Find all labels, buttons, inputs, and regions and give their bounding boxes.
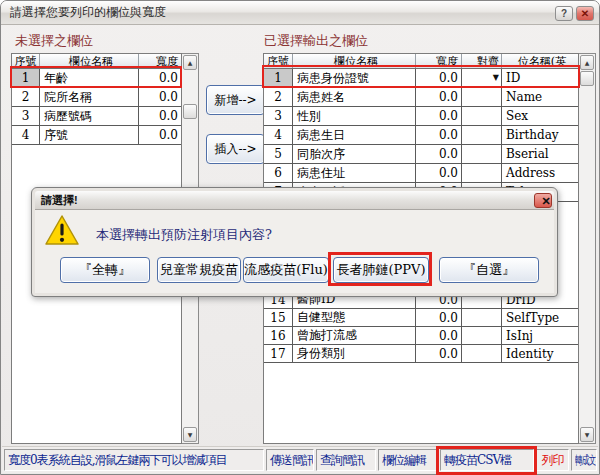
close-icon: ✕	[535, 192, 550, 210]
table-row[interactable]: 3 病歷號碼 0.0	[12, 107, 181, 126]
to-text-file-label: 轉成文字檔	[575, 452, 597, 469]
header-no: 序號	[12, 54, 40, 68]
flu-vaccine-button[interactable]: 流感疫苗(Flu)	[243, 257, 329, 283]
header-align: 對齊	[462, 54, 502, 68]
elderly-ppv-button[interactable]: 長者肺鏈(PPV)	[333, 257, 429, 283]
cell-en-name: SelfType	[502, 309, 578, 326]
table-row[interactable]: 2 病患姓名 0.0 Name	[264, 88, 578, 107]
window-titlebar: 請選擇您要列印的欄位與寬度 ? ✕	[1, 1, 599, 25]
cell-no: 3	[264, 107, 293, 125]
table-row[interactable]: 4 病患生日 0.0 Birthday	[264, 126, 578, 145]
window-title: 請選擇您要列印的欄位與寬度	[1, 1, 599, 24]
dialog-title: 請選擇!	[35, 191, 554, 209]
cell-no: 4	[12, 126, 40, 144]
edit-columns-button[interactable]: 欄位編輯	[378, 449, 438, 471]
table-header: 序號 欄位名稱 寬度 對齊 位名稱(英	[264, 54, 578, 69]
cell-width: 0.0	[416, 345, 462, 362]
cell-en-name: Birthday	[502, 126, 578, 144]
cell-no: 15	[264, 309, 293, 326]
scrollbar-thumb[interactable]	[183, 104, 197, 119]
cell-width: 0.0	[139, 88, 181, 106]
cell-align	[462, 107, 502, 125]
convert-all-button[interactable]: 『全轉』	[60, 257, 150, 283]
to-text-file-button[interactable]: 轉成文字檔	[571, 449, 597, 471]
cell-width: 0.0	[416, 145, 462, 163]
cell-name: 自健型態	[293, 309, 416, 326]
help-button[interactable]: ?	[555, 6, 573, 21]
child-routine-vaccine-button[interactable]: 兒童常規疫苗	[157, 257, 241, 283]
cell-width: 0.0	[416, 69, 462, 87]
table-row[interactable]: 6 病患住址 0.0 Address	[264, 164, 578, 183]
status-bar: 寬度0表系統自設,滑鼠左鍵兩下可以增減項目 傳送簡訊 查詢簡訊 欄位編輯 轉疫苗…	[2, 446, 598, 473]
cell-no: 16	[264, 327, 293, 344]
table-row[interactable]: 17 身份類別 0.0 Identity	[264, 345, 578, 363]
scroll-up-icon: ▲	[188, 59, 193, 66]
cell-en-name: Identity	[502, 345, 578, 362]
query-sms-button[interactable]: 查詢簡訊	[316, 449, 376, 471]
cell-no: 6	[264, 164, 293, 182]
cell-width: 0.0	[416, 164, 462, 182]
warning-icon	[45, 215, 79, 249]
cell-width: 0.0	[139, 126, 181, 144]
vaccine-csv-button[interactable]: 轉疫苗CSV檔	[440, 449, 534, 471]
scroll-down-button[interactable]: ▼	[580, 427, 594, 442]
cell-en-name: ID	[502, 69, 578, 87]
dialog-close-button[interactable]: ✕	[534, 193, 552, 208]
status-info-text: 寬度0表系統自設,滑鼠左鍵兩下可以增減項目	[4, 449, 264, 471]
cell-name: 病患身份證號	[293, 69, 416, 87]
print-columns-window: 請選擇您要列印的欄位與寬度 ? ✕ 未選擇之欄位 已選擇輸出之欄位 序號 欄位名…	[0, 0, 600, 475]
cell-no: 5	[264, 145, 293, 163]
cell-name: 院所名稱	[40, 88, 139, 106]
cell-no: 1	[12, 69, 40, 87]
cell-align: ▼	[462, 69, 502, 87]
cell-align	[462, 164, 502, 182]
cell-no: 4	[264, 126, 293, 144]
table-row[interactable]: 16 曾施打流感 0.0 IsInj	[264, 327, 578, 345]
print-button[interactable]: 列印	[536, 449, 569, 471]
help-icon: ?	[561, 8, 567, 19]
header-no: 序號	[264, 54, 293, 68]
cell-name: 病患生日	[293, 126, 416, 144]
table-row[interactable]: 2 院所名稱 0.0	[12, 88, 181, 107]
cell-name: 身份類別	[293, 345, 416, 362]
cell-no: 17	[264, 345, 293, 362]
cell-en-name: Sex	[502, 107, 578, 125]
table-row[interactable]: 1 年齡 0.0	[12, 69, 181, 88]
add-column-button[interactable]: 新增-->	[206, 85, 265, 115]
cell-en-name: Name	[502, 88, 578, 106]
cell-no: 1	[264, 69, 293, 87]
scrollbar-thumb[interactable]	[580, 71, 594, 86]
cell-align	[462, 345, 502, 362]
scroll-down-icon: ▼	[585, 431, 590, 438]
cell-width: 0.0	[416, 88, 462, 106]
scroll-up-button[interactable]: ▲	[580, 55, 594, 70]
cell-name: 病患姓名	[293, 88, 416, 106]
unselected-columns-label: 未選擇之欄位	[15, 32, 93, 50]
insert-column-button[interactable]: 插入-->	[206, 134, 265, 164]
scroll-up-button[interactable]: ▲	[183, 55, 197, 70]
header-name: 欄位名稱	[40, 54, 139, 68]
dropdown-icon[interactable]: ▼	[493, 74, 499, 82]
cell-align	[462, 327, 502, 344]
table-row[interactable]: 4 序號 0.0	[12, 126, 181, 145]
cell-align	[462, 309, 502, 326]
cell-name: 曾施打流感	[293, 327, 416, 344]
close-button[interactable]: ✕	[576, 6, 594, 21]
cell-name: 同胎次序	[293, 145, 416, 163]
send-sms-button[interactable]: 傳送簡訊	[266, 449, 314, 471]
table-row[interactable]: 3 性別 0.0 Sex	[264, 107, 578, 126]
cell-width: 0.0	[416, 126, 462, 144]
table-row[interactable]: 5 同胎次序 0.0 Bserial	[264, 145, 578, 164]
scroll-up-icon: ▲	[585, 59, 590, 66]
cell-width: 0.0	[139, 107, 181, 125]
right-table-scrollbar[interactable]: ▲ ▼	[579, 53, 596, 444]
scroll-down-button[interactable]: ▼	[183, 427, 197, 442]
table-row[interactable]: 1 病患身份證號 0.0 ▼ ID	[264, 69, 578, 88]
cell-name: 年齡	[40, 69, 139, 87]
dialog-message: 本選擇轉出預防注射項目內容?	[96, 226, 272, 244]
dialog-titlebar: 請選擇! ✕	[35, 191, 554, 210]
custom-select-button[interactable]: 『自選』	[439, 257, 539, 283]
table-row[interactable]: 15 自健型態 0.0 SelfType	[264, 309, 578, 327]
close-icon: ✕	[581, 8, 589, 19]
cell-en-name: IsInj	[502, 327, 578, 344]
